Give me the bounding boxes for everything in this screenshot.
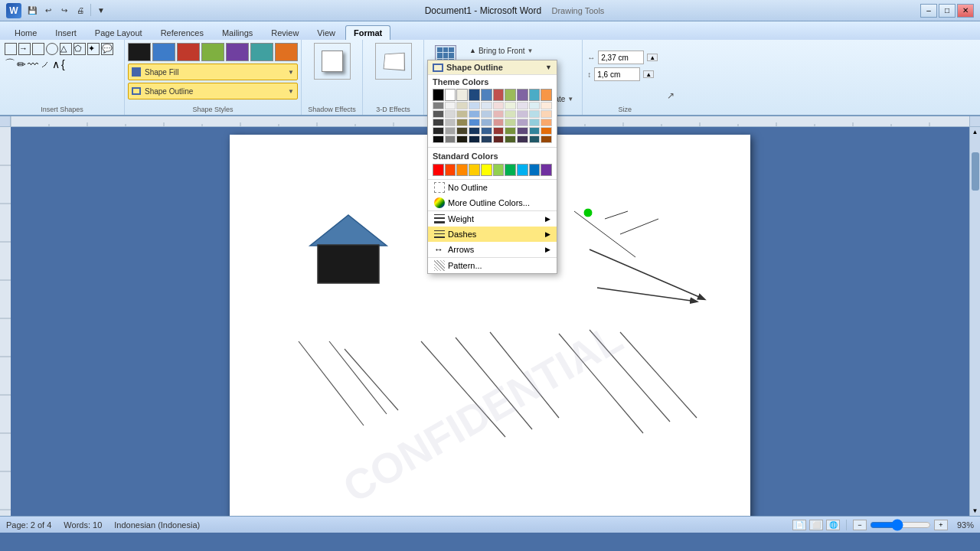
- shade-3-6[interactable]: [493, 119, 505, 126]
- swatch-blue[interactable]: [152, 43, 175, 61]
- tab-insert[interactable]: Insert: [47, 25, 85, 40]
- shade-3-10[interactable]: [541, 119, 552, 126]
- width-input[interactable]: [598, 51, 644, 64]
- angle-tool[interactable]: ∧: [52, 58, 60, 70]
- shade-4-6[interactable]: [493, 127, 505, 135]
- more-outline-colors-item[interactable]: More Outline Colors...: [428, 195, 557, 210]
- scribble-tool[interactable]: 〰: [28, 58, 38, 70]
- view-fullscreen-btn[interactable]: ⬜: [809, 520, 823, 530]
- swatch-red[interactable]: [177, 43, 200, 61]
- line-tool[interactable]: [5, 43, 17, 55]
- shade-3-4[interactable]: [469, 119, 480, 126]
- color-teal[interactable]: [529, 89, 541, 101]
- minimize-btn[interactable]: –: [920, 4, 937, 18]
- ellipse-tool[interactable]: [46, 43, 58, 55]
- shade-2-7[interactable]: [505, 110, 516, 118]
- std-blue[interactable]: [529, 164, 541, 176]
- shade-2-10[interactable]: [541, 110, 552, 118]
- zoom-slider[interactable]: [870, 520, 931, 530]
- shade-4-8[interactable]: [517, 127, 528, 135]
- color-white[interactable]: [445, 89, 456, 101]
- view-web-btn[interactable]: 🌐: [826, 520, 840, 530]
- penta-tool[interactable]: ⬠: [74, 43, 86, 55]
- shade-5-5[interactable]: [481, 135, 492, 143]
- std-green[interactable]: [505, 164, 516, 176]
- shade-5-1[interactable]: [433, 135, 444, 143]
- arrow-tool[interactable]: →: [18, 43, 31, 55]
- height-up-btn[interactable]: ▲: [643, 70, 654, 78]
- shade-3-5[interactable]: [481, 119, 492, 126]
- brace-tool[interactable]: {: [61, 58, 65, 70]
- shade-4-4[interactable]: [469, 127, 480, 135]
- shade-4-2[interactable]: [445, 127, 456, 135]
- zoom-in-btn[interactable]: +: [934, 520, 948, 530]
- std-yellow-orange[interactable]: [469, 164, 480, 176]
- width-up-btn[interactable]: ▲: [647, 54, 658, 61]
- std-red[interactable]: [433, 164, 444, 176]
- shade-2-9[interactable]: [529, 110, 541, 118]
- shade-3-7[interactable]: [505, 119, 516, 126]
- close-btn[interactable]: ✕: [957, 4, 974, 18]
- pattern-item[interactable]: Pattern...: [428, 258, 557, 273]
- swatch-green[interactable]: [201, 43, 224, 61]
- tab-home[interactable]: Home: [6, 25, 45, 40]
- undo-btn[interactable]: ↩: [41, 4, 56, 18]
- shade-1-10[interactable]: [541, 102, 552, 109]
- shade-1-4[interactable]: [469, 102, 480, 109]
- star-tool[interactable]: ✦: [87, 43, 100, 55]
- shade-5-9[interactable]: [529, 135, 541, 143]
- swatch-teal[interactable]: [250, 43, 273, 61]
- shade-3-1[interactable]: [433, 119, 444, 126]
- shade-4-3[interactable]: [456, 127, 468, 135]
- shade-2-8[interactable]: [517, 110, 528, 118]
- house-shape[interactable]: [302, 211, 394, 289]
- shade-1-8[interactable]: [517, 102, 528, 109]
- rect-tool[interactable]: [32, 43, 44, 55]
- std-lime[interactable]: [493, 164, 505, 176]
- callout-tool[interactable]: 💬: [101, 43, 113, 55]
- bring-to-front-btn[interactable]: ▲ Bring to Front ▼: [466, 43, 577, 58]
- shade-1-7[interactable]: [505, 102, 516, 109]
- shade-5-6[interactable]: [493, 135, 505, 143]
- height-input[interactable]: [594, 67, 640, 81]
- qat-more[interactable]: ▼: [93, 4, 109, 18]
- std-orange[interactable]: [456, 164, 468, 176]
- shade-2-6[interactable]: [493, 110, 505, 118]
- ribbon-expand-btn[interactable]: ↗: [667, 90, 678, 113]
- shade-1-6[interactable]: [493, 102, 505, 109]
- maximize-btn[interactable]: □: [939, 4, 956, 18]
- tab-view[interactable]: View: [309, 25, 344, 40]
- shade-5-10[interactable]: [541, 135, 552, 143]
- shade-2-4[interactable]: [469, 110, 480, 118]
- shade-4-9[interactable]: [529, 127, 541, 135]
- scroll-up-btn[interactable]: ▲: [971, 127, 980, 137]
- view-print-btn[interactable]: 📄: [792, 520, 806, 530]
- shade-1-9[interactable]: [529, 102, 541, 109]
- shade-5-8[interactable]: [517, 135, 528, 143]
- shape-outline-btn[interactable]: Shape Outline ▼: [128, 83, 298, 99]
- shade-5-7[interactable]: [505, 135, 516, 143]
- shade-2-2[interactable]: [445, 110, 456, 118]
- save-btn[interactable]: 💾: [24, 4, 40, 18]
- scroll-thumb[interactable]: [972, 152, 979, 191]
- threed-btn[interactable]: [375, 43, 412, 80]
- swatch-black[interactable]: [128, 43, 151, 61]
- tab-page-layout[interactable]: Page Layout: [87, 25, 151, 40]
- shade-2-5[interactable]: [481, 110, 492, 118]
- swatch-purple[interactable]: [226, 43, 249, 61]
- shade-3-8[interactable]: [517, 119, 528, 126]
- shade-3-2[interactable]: [445, 119, 456, 126]
- print-btn[interactable]: 🖨: [73, 4, 88, 18]
- shade-1-3[interactable]: [456, 102, 468, 109]
- shadow-btn[interactable]: [314, 43, 351, 80]
- tab-references[interactable]: References: [152, 25, 212, 40]
- color-purple[interactable]: [517, 89, 528, 101]
- shade-5-4[interactable]: [469, 135, 480, 143]
- shade-5-3[interactable]: [456, 135, 468, 143]
- no-outline-item[interactable]: No Outline: [428, 180, 557, 195]
- curve-tool[interactable]: ⌒: [5, 57, 15, 71]
- zoom-out-btn[interactable]: −: [853, 520, 867, 530]
- std-orange-red[interactable]: [445, 164, 456, 176]
- shade-3-3[interactable]: [456, 119, 468, 126]
- std-purple[interactable]: [541, 164, 552, 176]
